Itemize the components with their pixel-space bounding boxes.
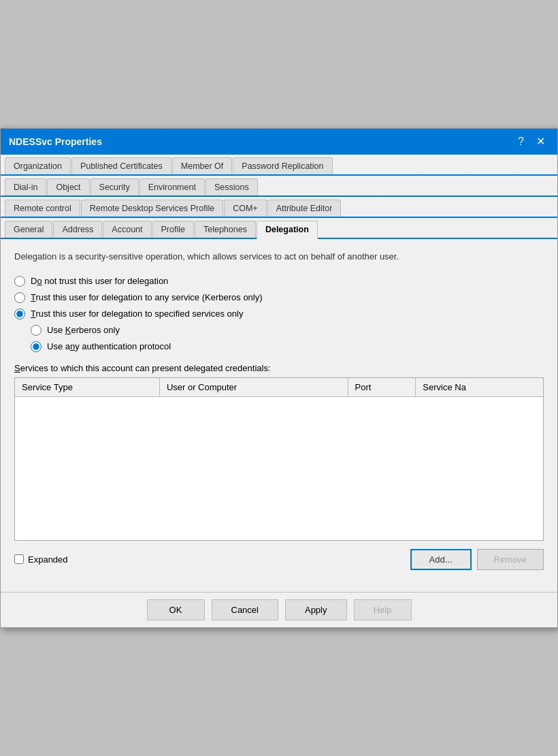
tab-content-delegation: Delegation is a security-sensitive opera… xyxy=(1,239,557,592)
dialog-title: NDESSvc Properties xyxy=(9,136,102,147)
delegation-radio-group: Do not trust this user for delegation Tr… xyxy=(14,276,544,352)
help-button[interactable]: Help xyxy=(354,599,412,620)
bottom-row: Expanded Add... Remove xyxy=(14,549,544,570)
radio-any-auth-label: Use any authentication protocol xyxy=(47,341,171,351)
cancel-button[interactable]: Cancel xyxy=(212,599,278,620)
radio-kerberos-only-input[interactable] xyxy=(31,325,42,336)
radio-any-auth-input[interactable] xyxy=(31,341,42,352)
tab-remote-control[interactable]: Remote control xyxy=(5,200,80,217)
tab-dial-in[interactable]: Dial-in xyxy=(5,178,46,195)
tab-account[interactable]: Account xyxy=(103,221,151,238)
col-service-type: Service Type xyxy=(15,378,159,397)
tab-telephones[interactable]: Telephones xyxy=(195,221,256,238)
tab-remote-desktop[interactable]: Remote Desktop Services Profile xyxy=(81,200,223,217)
radio-trust-any-input[interactable] xyxy=(14,292,25,303)
tab-general[interactable]: General xyxy=(5,221,52,238)
radio-no-trust-input[interactable] xyxy=(14,276,25,287)
tab-strip-row1: Organization Published Certificates Memb… xyxy=(1,155,557,176)
tab-security[interactable]: Security xyxy=(91,178,139,195)
tab-delegation[interactable]: Delegation xyxy=(257,221,318,239)
tab-published-certificates[interactable]: Published Certificates xyxy=(71,157,171,174)
tab-address[interactable]: Address xyxy=(53,221,102,238)
tab-com-plus[interactable]: COM+ xyxy=(224,200,266,217)
delegation-description: Delegation is a security-sensitive opera… xyxy=(14,250,544,264)
sub-radio-group: Use Kerberos only Use any authentication… xyxy=(31,325,544,352)
title-bar: NDESSvc Properties ? ✕ xyxy=(1,129,557,155)
services-table: Service Type User or Computer Port Servi… xyxy=(15,378,543,397)
close-button[interactable]: ✕ xyxy=(532,135,549,148)
services-table-container[interactable]: Service Type User or Computer Port Servi… xyxy=(14,377,544,541)
radio-trust-any-label: Trust this user for delegation to any se… xyxy=(31,292,263,302)
apply-button[interactable]: Apply xyxy=(285,599,347,620)
radio-trust-specified-label: Trust this user for delegation to specif… xyxy=(31,309,243,319)
expanded-checkbox[interactable] xyxy=(14,554,24,564)
properties-dialog: NDESSvc Properties ? ✕ Organization Publ… xyxy=(0,128,558,628)
services-label: Services to which this account can prese… xyxy=(14,363,544,373)
radio-trust-specified[interactable]: Trust this user for delegation to specif… xyxy=(14,309,544,319)
tab-strip-row4: General Address Account Profile Telephon… xyxy=(1,218,557,239)
tab-profile[interactable]: Profile xyxy=(152,221,194,238)
expanded-label: Expanded xyxy=(28,554,68,565)
tab-attribute-editor[interactable]: Attribute Editor xyxy=(267,200,342,217)
title-bar-controls: ? ✕ xyxy=(512,134,549,149)
remove-button[interactable]: Remove xyxy=(477,549,544,570)
dialog-body: Organization Published Certificates Memb… xyxy=(1,155,557,592)
tab-strip-row3: Remote control Remote Desktop Services P… xyxy=(1,197,557,218)
help-icon-button[interactable]: ? xyxy=(512,134,529,149)
tab-strip-row2: Dial-in Object Security Environment Sess… xyxy=(1,176,557,197)
col-port: Port xyxy=(348,378,416,397)
radio-trust-any[interactable]: Trust this user for delegation to any se… xyxy=(14,292,544,303)
ok-button[interactable]: OK xyxy=(147,599,205,620)
radio-kerberos-only-label: Use Kerberos only xyxy=(47,325,120,335)
radio-no-trust[interactable]: Do not trust this user for delegation xyxy=(14,276,544,287)
col-service-name: Service Na xyxy=(416,378,543,397)
radio-trust-specified-input[interactable] xyxy=(14,309,25,319)
tab-organization[interactable]: Organization xyxy=(5,157,71,174)
dialog-footer: OK Cancel Apply Help xyxy=(1,592,557,627)
tab-object[interactable]: Object xyxy=(47,178,89,195)
action-buttons: Add... Remove xyxy=(410,549,544,570)
tab-member-of[interactable]: Member Of xyxy=(172,157,233,174)
add-button[interactable]: Add... xyxy=(410,549,472,570)
expanded-checkbox-label[interactable]: Expanded xyxy=(14,554,410,565)
tab-sessions[interactable]: Sessions xyxy=(206,178,258,195)
radio-no-trust-label: Do not trust this user for delegation xyxy=(31,276,168,286)
tab-password-replication[interactable]: Password Replication xyxy=(233,157,332,174)
tab-environment[interactable]: Environment xyxy=(140,178,205,195)
col-user-or-computer: User or Computer xyxy=(159,378,348,397)
radio-kerberos-only[interactable]: Use Kerberos only xyxy=(31,325,544,336)
radio-any-auth[interactable]: Use any authentication protocol xyxy=(31,341,544,352)
